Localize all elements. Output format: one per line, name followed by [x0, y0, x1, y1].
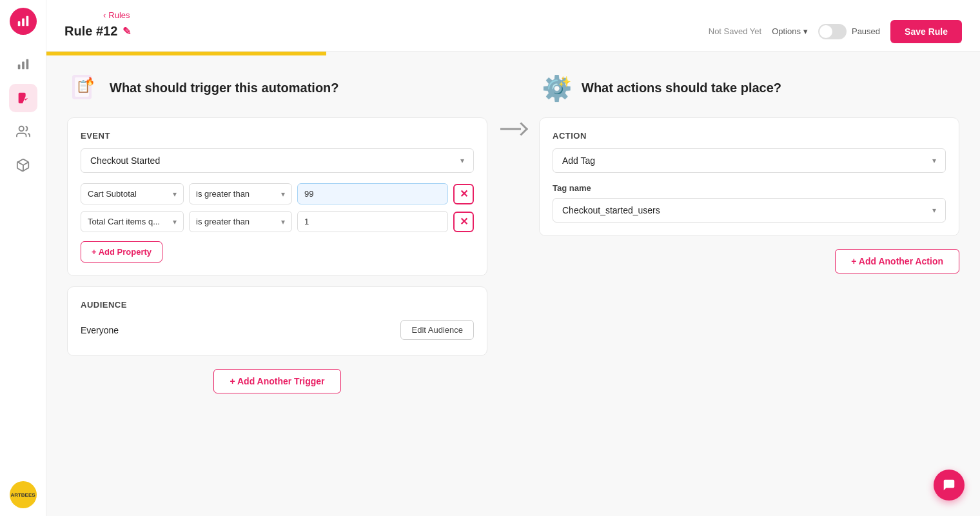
action-card-label: Action [553, 131, 946, 141]
tag-dropdown-chevron: ▾ [932, 206, 936, 215]
svg-rect-1 [22, 18, 24, 26]
event-dropdown-chevron: ▾ [460, 156, 464, 165]
filter2-delete-button[interactable]: ✕ [453, 212, 474, 232]
action-column: ⚙️ ✨ What actions should take place? Act… [539, 71, 959, 273]
arrow-column [487, 71, 539, 135]
tag-name-value: Checkout_started_users [562, 205, 660, 215]
filter1-value-input[interactable] [297, 183, 448, 204]
add-another-trigger-button[interactable]: + Add Another Trigger [213, 369, 340, 393]
tag-name-dropdown[interactable]: Checkout_started_users ▾ [553, 198, 946, 223]
svg-point-6 [19, 126, 23, 131]
event-dropdown[interactable]: Checkout Started ▾ [81, 148, 474, 173]
filter1-operator-select[interactable]: is greater than ▾ [189, 183, 292, 204]
add-trigger-wrap: + Add Another Trigger [67, 369, 487, 393]
edit-title-icon[interactable]: ✎ [122, 25, 131, 37]
audience-row: Everyone Edit Audience [81, 317, 474, 342]
sidebar-item-users[interactable] [9, 117, 37, 146]
filter2-operator-chevron: ▾ [281, 217, 285, 226]
add-action-wrap: + Add Another Action [539, 249, 959, 273]
trigger-to-action-arrow [500, 123, 526, 135]
tag-name-label: Tag name [553, 183, 946, 193]
save-rule-button[interactable]: Save Rule [890, 20, 962, 43]
add-property-button[interactable]: + Add Property [81, 241, 162, 263]
action-dropdown-value: Add Tag [562, 155, 595, 166]
event-card: Event Checkout Started ▾ Cart Subtotal ▾ [67, 117, 487, 276]
filter2-value-input[interactable] [297, 211, 448, 232]
filter-row-2: Total Cart items q... ▾ is greater than … [81, 211, 474, 232]
pause-toggle-wrap: Paused [818, 24, 880, 39]
trigger-icon: 📋 🔥 [67, 71, 101, 104]
artbees-logo[interactable]: ARTBEES [10, 481, 37, 508]
action-dropdown[interactable]: Add Tag ▾ [553, 148, 946, 173]
filter2-operator-select[interactable]: is greater than ▾ [189, 211, 292, 232]
event-dropdown-value: Checkout Started [90, 155, 160, 166]
chevron-down-icon: ▾ [803, 26, 808, 36]
trigger-section-title: What should trigger this automation? [110, 81, 339, 95]
trigger-column: 📋 🔥 What should trigger this automation?… [67, 71, 487, 393]
filter-row-1: Cart Subtotal ▾ is greater than ▾ ✕ [81, 183, 474, 204]
audience-card: Audience Everyone Edit Audience [67, 286, 487, 356]
svg-rect-3 [17, 64, 20, 69]
back-link[interactable]: ‹ Rules [103, 10, 130, 20]
filter1-delete-button[interactable]: ✕ [453, 184, 474, 204]
pause-label: Paused [852, 26, 880, 36]
svg-rect-4 [22, 61, 24, 69]
filter1-property-select[interactable]: Cart Subtotal ▾ [81, 183, 184, 204]
sidebar-item-automation[interactable] [9, 84, 37, 112]
audience-card-label: Audience [81, 300, 474, 310]
action-card: Action Add Tag ▾ Tag name Checkout_start… [539, 117, 959, 236]
topbar: ‹ Rules Rule #12 ✎ Not Saved Yet Options… [46, 0, 980, 52]
two-column-layout: 📋 🔥 What should trigger this automation?… [67, 71, 959, 393]
sidebar-item-analytics[interactable] [9, 50, 37, 79]
event-card-label: Event [81, 131, 474, 141]
filter2-property-chevron: ▾ [173, 217, 177, 226]
audience-everyone-label: Everyone [81, 325, 119, 335]
sidebar-bottom: ARTBEES [10, 481, 37, 508]
pause-toggle[interactable] [818, 24, 847, 39]
action-section-title: What actions should take place? [582, 81, 781, 95]
trigger-section-header: 📋 🔥 What should trigger this automation? [67, 71, 487, 104]
sidebar: ARTBEES [0, 0, 46, 516]
svg-rect-0 [17, 21, 20, 26]
filter1-operator-chevron: ▾ [281, 190, 285, 199]
filter1-property-chevron: ▾ [173, 190, 177, 199]
svg-text:🔥: 🔥 [85, 76, 95, 86]
main-content: ‹ Rules Rule #12 ✎ Not Saved Yet Options… [46, 0, 980, 516]
topbar-right: Not Saved Yet Options ▾ Paused Save Rule [709, 20, 962, 43]
action-icon: ⚙️ ✨ [539, 71, 573, 104]
chat-button[interactable] [934, 470, 965, 501]
page-title: Rule #12 ✎ [64, 24, 131, 39]
add-another-action-button[interactable]: + Add Another Action [835, 249, 959, 273]
filter2-property-select[interactable]: Total Cart items q... ▾ [81, 211, 184, 232]
options-button[interactable]: Options ▾ [772, 26, 808, 36]
action-dropdown-chevron: ▾ [932, 156, 936, 165]
not-saved-status: Not Saved Yet [709, 26, 761, 36]
sidebar-item-products[interactable] [9, 151, 37, 179]
svg-text:✨: ✨ [558, 75, 571, 88]
svg-rect-2 [26, 16, 28, 26]
content-area: 📋 🔥 What should trigger this automation?… [46, 55, 980, 516]
svg-rect-5 [26, 59, 28, 70]
action-section-header: ⚙️ ✨ What actions should take place? [539, 71, 959, 104]
edit-audience-button[interactable]: Edit Audience [400, 320, 474, 340]
app-logo[interactable] [10, 8, 37, 35]
back-arrow-icon: ‹ [103, 10, 106, 20]
